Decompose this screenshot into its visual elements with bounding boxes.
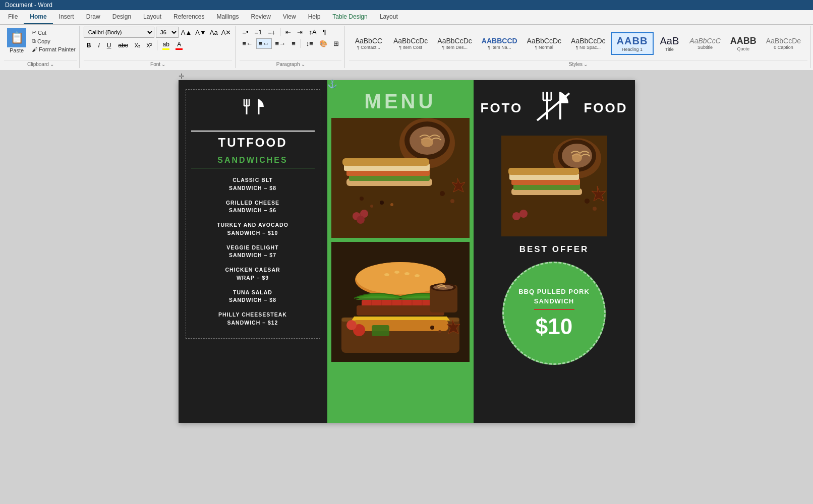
menu-left-panel: TUTFOOD SANDWICHES CLASSIC BLTSANDWICH –… <box>179 80 327 423</box>
clear-format-button[interactable]: A✕ <box>220 29 233 36</box>
align-right-button[interactable]: ≡→ <box>273 38 288 49</box>
font-color-button[interactable]: A <box>173 39 185 51</box>
fork-cross-right-svg <box>533 89 573 124</box>
style-contact-label: ¶ Contact... <box>357 45 380 50</box>
italic-button[interactable]: I <box>95 40 102 50</box>
paragraph-expand-icon[interactable]: ⌄ <box>301 61 305 67</box>
font-group-label: Font ⌄ <box>84 60 233 67</box>
style-heading1-preview: AABB <box>617 35 648 47</box>
svg-point-53 <box>438 330 441 333</box>
tab-table-design[interactable]: Table Design <box>326 10 373 24</box>
copy-button[interactable]: ⧉ Copy <box>30 37 77 45</box>
font-size-decrease-button[interactable]: A▼ <box>194 29 207 36</box>
line-spacing-button[interactable]: ↕≡ <box>304 38 316 49</box>
clipboard-group: 📋 Paste ✂ Cut ⧉ Copy 🖌 Format Painter C <box>2 26 80 68</box>
tab-home[interactable]: Home <box>24 10 52 24</box>
tab-view[interactable]: View <box>277 10 302 24</box>
multilevel-list-button[interactable]: ≡↓ <box>265 27 277 37</box>
tab-mailings[interactable]: Mailings <box>210 10 245 24</box>
svg-point-52 <box>430 326 434 330</box>
font-size-increase-button[interactable]: A▲ <box>180 29 193 36</box>
svg-point-34 <box>415 274 420 277</box>
tab-insert[interactable]: Insert <box>53 10 80 24</box>
offer-underline <box>534 309 574 310</box>
style-caption-label: 0 Caption <box>774 45 793 50</box>
svg-point-16 <box>360 197 364 201</box>
align-left-button[interactable]: ≡← <box>240 38 255 49</box>
style-quote[interactable]: AABB Quote <box>726 34 761 53</box>
style-no-spacing[interactable]: AaBbCcDc ¶ No Spac... <box>566 35 610 52</box>
food-image-1-svg <box>331 118 470 238</box>
style-subtitle[interactable]: AaBbCcC Subtitle <box>685 35 725 52</box>
style-item-name[interactable]: AABBCCD ¶ Item Na... <box>477 35 522 52</box>
underline-button[interactable]: U <box>104 40 114 50</box>
svg-point-72 <box>593 207 597 211</box>
menu-center-panel: MENU <box>327 80 474 423</box>
offer-name: BBQ PULLED PORK SANDWICH <box>514 287 594 305</box>
style-normal[interactable]: AaBbCcDc ¶ Normal <box>522 35 566 52</box>
bullet-list-button[interactable]: ≡• <box>240 27 251 37</box>
font-row1: Calibri (Body) 36 A▲ A▼ Aa A✕ <box>84 27 233 38</box>
clipboard-expand-icon[interactable]: ⌄ <box>50 61 54 67</box>
bold-button[interactable]: B <box>84 40 94 50</box>
para-divider2 <box>301 39 301 48</box>
style-normal-label: ¶ Normal <box>535 45 553 50</box>
cut-button[interactable]: ✂ Cut <box>30 29 77 36</box>
style-item-cost-label: ¶ Item Cost <box>399 45 422 50</box>
style-title[interactable]: AaB Title <box>654 33 684 54</box>
paste-button[interactable]: 📋 Paste <box>4 27 29 55</box>
menu-item-2: GRILLED CHEESESANDWICH – $6 <box>191 199 315 215</box>
styles-expand-icon[interactable]: ⌄ <box>584 61 588 67</box>
tab-design[interactable]: Design <box>106 10 137 24</box>
tab-file[interactable]: File <box>2 10 24 24</box>
style-title-preview: AaB <box>660 35 679 47</box>
anchor-icon: ⚓ <box>327 79 337 89</box>
font-expand-icon[interactable]: ⌄ <box>161 61 165 67</box>
styles-row: AaBbCC ¶ Contact... AaBbCcDc ¶ Item Cost… <box>349 27 807 60</box>
tab-layout2[interactable]: Layout <box>374 10 404 24</box>
svg-point-20 <box>440 191 445 196</box>
menu-item-3: TURKEY AND AVOCADOSANDWICH – $10 <box>191 221 315 237</box>
decrease-indent-button[interactable]: ⇤ <box>283 27 294 37</box>
font-size-selector[interactable]: 36 <box>156 27 179 38</box>
align-center-button[interactable]: ≡↔ <box>256 38 272 49</box>
format-painter-button[interactable]: 🖌 Format Painter <box>30 46 77 53</box>
borders-button[interactable]: ⊞ <box>331 38 341 49</box>
text-highlight-button[interactable]: ab <box>160 39 172 51</box>
svg-marker-44 <box>352 317 450 321</box>
food-label: FOOD <box>584 100 627 116</box>
number-list-button[interactable]: ≡1 <box>252 27 265 37</box>
strikethrough-button[interactable]: abc <box>115 40 131 50</box>
justify-button[interactable]: ≡ <box>289 38 298 49</box>
para-row2: ≡← ≡↔ ≡→ ≡ ↕≡ 🎨 ⊞ <box>240 38 341 49</box>
shading-button[interactable]: 🎨 <box>317 38 330 49</box>
tab-review[interactable]: Review <box>245 10 277 24</box>
move-handle[interactable]: ✛ <box>179 72 185 80</box>
style-title-label: Title <box>665 47 674 52</box>
subscript-button[interactable]: X₂ <box>132 41 143 50</box>
style-caption[interactable]: AaBbCcDe 0 Caption <box>762 35 805 52</box>
tab-references[interactable]: References <box>167 10 210 24</box>
style-quote-label: Quote <box>737 46 750 51</box>
font-family-selector[interactable]: Calibri (Body) <box>84 27 154 38</box>
sort-button[interactable]: ↕A <box>306 27 319 37</box>
style-contact[interactable]: AaBbCC ¶ Contact... <box>349 35 388 52</box>
copy-label: Copy <box>37 38 50 44</box>
show-paragraph-button[interactable]: ¶ <box>320 27 329 37</box>
cut-label: Cut <box>38 30 46 36</box>
tab-help[interactable]: Help <box>302 10 327 24</box>
app-title: Document - Word <box>5 2 52 9</box>
clipboard-small-buttons: ✂ Cut ⧉ Copy 🖌 Format Painter <box>30 27 77 53</box>
clipboard-group-label: Clipboard ⌄ <box>4 60 77 67</box>
style-item-desc[interactable]: AaBbCcDc ¶ Item Des... <box>433 35 476 52</box>
menu-document: TUTFOOD SANDWICHES CLASSIC BLTSANDWICH –… <box>179 80 635 423</box>
tab-draw[interactable]: Draw <box>80 10 106 24</box>
superscript-button[interactable]: X² <box>144 41 154 50</box>
tab-layout[interactable]: Layout <box>137 10 167 24</box>
style-caption-preview: AaBbCcDe <box>766 37 801 45</box>
style-no-spacing-preview: AaBbCcDc <box>571 37 605 45</box>
style-heading1[interactable]: AABB Heading 1 <box>611 32 654 55</box>
increase-indent-button[interactable]: ⇥ <box>295 27 305 37</box>
style-item-cost[interactable]: AaBbCcDc ¶ Item Cost <box>389 35 432 52</box>
change-case-button[interactable]: Aa <box>209 29 219 36</box>
